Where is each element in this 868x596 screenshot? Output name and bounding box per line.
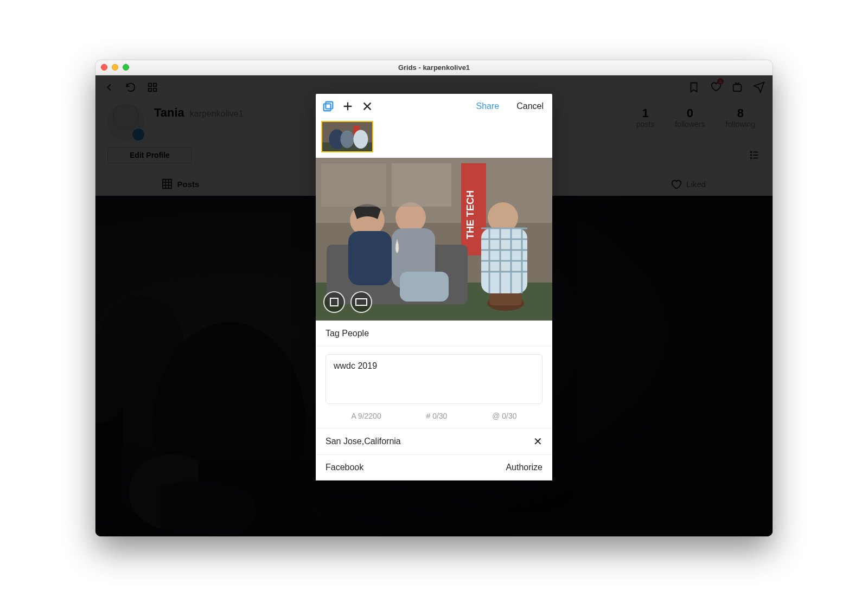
likes-button[interactable]: 1: [710, 80, 722, 94]
svg-rect-41: [392, 163, 451, 207]
share-button[interactable]: Share: [476, 101, 499, 111]
list-view-icon[interactable]: [749, 149, 761, 161]
crop-controls: [323, 291, 372, 313]
send-icon[interactable]: [753, 81, 765, 93]
app-body: 1 Tania karpenkolive1: [95, 75, 773, 536]
refresh-icon[interactable]: [125, 81, 137, 93]
svg-rect-17: [326, 101, 333, 108]
stat-followers[interactable]: 0 followers: [675, 107, 705, 129]
location-label: San Jose,California: [326, 437, 401, 446]
profile-stats: 1 posts 0 followers 8 following: [636, 104, 761, 129]
mention-counter: @ 0/30: [492, 412, 516, 420]
facebook-label: Facebook: [326, 463, 363, 472]
svg-text:THE TECH: THE TECH: [465, 190, 476, 239]
photo-preview[interactable]: THE TECH: [316, 158, 552, 321]
multi-photo-icon[interactable]: [322, 100, 334, 112]
svg-point-5: [751, 151, 752, 152]
svg-rect-35: [400, 272, 449, 302]
back-icon[interactable]: [103, 81, 115, 93]
authorize-button[interactable]: Authorize: [506, 463, 542, 472]
bookmark-icon[interactable]: [688, 81, 700, 93]
stat-posts[interactable]: 1 posts: [636, 107, 654, 129]
thumbnails-row: [316, 119, 552, 158]
remove-photo-icon[interactable]: [361, 100, 373, 112]
svg-point-7: [751, 157, 752, 158]
hashtag-counter: # 0/30: [426, 412, 447, 420]
svg-rect-40: [321, 163, 386, 207]
svg-rect-32: [348, 231, 392, 285]
svg-rect-1: [154, 83, 157, 86]
tag-people-label: Tag People: [326, 329, 369, 338]
char-counter: A 9/2200: [351, 412, 381, 420]
grid-icon[interactable]: [146, 81, 158, 93]
svg-rect-18: [324, 104, 331, 111]
window-minimize-button[interactable]: [112, 64, 118, 71]
svg-rect-3: [154, 88, 157, 91]
svg-rect-39: [489, 293, 522, 305]
svg-rect-0: [149, 83, 152, 86]
facebook-row[interactable]: Facebook Authorize: [316, 454, 552, 480]
clear-location-icon[interactable]: ✕: [533, 436, 542, 447]
window-zoom-button[interactable]: [123, 64, 129, 71]
add-photo-icon[interactable]: [342, 100, 354, 112]
caption-section: A 9/2200 # 0/30 @ 0/30: [316, 346, 552, 428]
avatar[interactable]: [107, 104, 144, 140]
crop-square-button[interactable]: [323, 291, 345, 313]
likes-badge: 1: [717, 78, 724, 85]
caption-input[interactable]: [326, 354, 542, 404]
stat-following[interactable]: 8 following: [726, 107, 755, 129]
svg-rect-4: [733, 84, 742, 91]
posts-grid-icon: [161, 178, 173, 190]
edit-profile-button[interactable]: Edit Profile: [107, 147, 192, 163]
svg-point-6: [751, 155, 752, 156]
caption-counters: A 9/2200 # 0/30 @ 0/30: [326, 406, 542, 424]
liked-icon: [670, 178, 682, 190]
window-title: Grids - karpenkolive1: [95, 63, 773, 72]
modal-header: Share Cancel: [316, 94, 552, 119]
tab-posts[interactable]: Posts: [95, 172, 265, 196]
traffic-lights: [101, 64, 129, 71]
svg-rect-2: [149, 88, 152, 91]
igtv-icon[interactable]: [731, 81, 743, 93]
app-window: Grids - karpenkolive1: [95, 60, 773, 536]
tag-people-row[interactable]: Tag People: [316, 321, 552, 346]
window-titlebar: Grids - karpenkolive1: [95, 60, 773, 75]
svg-point-24: [354, 130, 368, 148]
window-close-button[interactable]: [101, 64, 107, 71]
crop-landscape-button[interactable]: [350, 291, 372, 313]
profile-names: Tania karpenkolive1: [154, 106, 244, 120]
username: karpenkolive1: [190, 109, 244, 119]
compose-post-modal: Share Cancel: [316, 94, 552, 480]
svg-point-23: [341, 130, 354, 148]
location-row[interactable]: San Jose,California ✕: [316, 428, 552, 454]
photo-thumbnail[interactable]: [321, 121, 373, 152]
svg-point-33: [395, 202, 426, 233]
tab-liked[interactable]: Liked: [603, 172, 773, 196]
cancel-button[interactable]: Cancel: [516, 101, 544, 111]
display-name: Tania: [154, 106, 184, 120]
